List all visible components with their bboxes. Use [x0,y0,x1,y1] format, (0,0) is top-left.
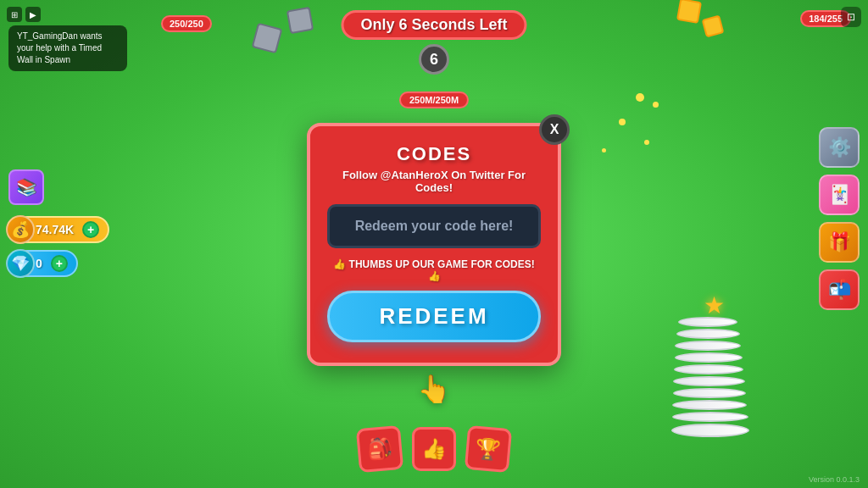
codes-modal: X CODES Follow @AtanHeroX On Twitter For… [307,123,561,366]
modal-title: CODES [327,143,541,165]
redeem-button[interactable]: REDEEM [327,291,541,342]
modal-cta-text: 👍 THUMBS UP OUR GAME FOR CODES!👍 [327,258,541,282]
modal-subtitle: Follow @AtanHeroX On Twitter For Codes! [327,169,541,194]
modal-overlay: X CODES Follow @AtanHeroX On Twitter For… [0,0,868,488]
code-input[interactable]: Redeem your code here! [327,204,541,248]
modal-close-button[interactable]: X [539,114,570,145]
